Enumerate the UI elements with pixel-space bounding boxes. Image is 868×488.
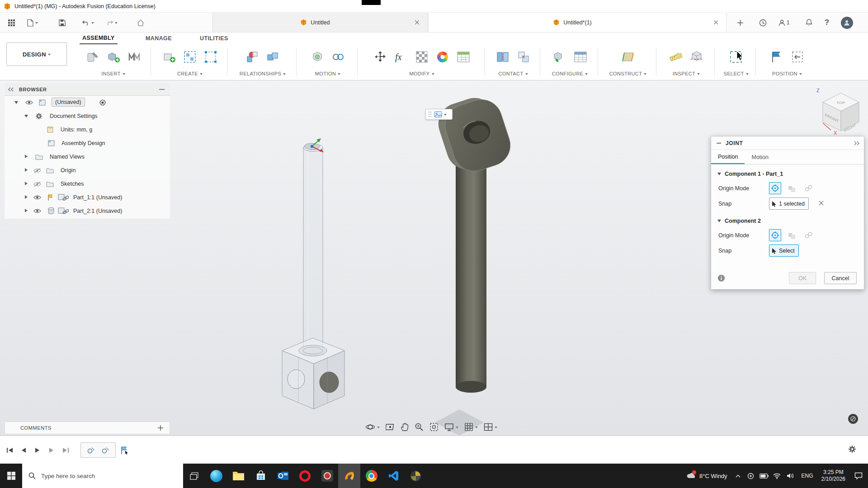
timeline-step-forward-button[interactable]	[46, 444, 57, 456]
orbit-button[interactable]	[365, 422, 380, 432]
action-center-icon[interactable]	[849, 472, 868, 479]
redo-button[interactable]	[103, 16, 120, 29]
new-tab-button[interactable]	[733, 16, 747, 29]
taskbar-search[interactable]	[22, 464, 183, 488]
ribbon-group-dropdown[interactable]: RELATIONSHIPS	[229, 71, 296, 76]
language-indicator[interactable]: ENG	[797, 473, 818, 479]
browser-row-origin[interactable]: Origin	[5, 164, 170, 177]
canvas-status-icon[interactable]	[848, 414, 858, 424]
browser-row-root[interactable]: (Unsaved)	[5, 96, 170, 109]
move-icon[interactable]	[373, 49, 388, 65]
file-menu-button[interactable]	[24, 16, 42, 29]
tray-expand-chevron-icon[interactable]	[732, 474, 745, 478]
browser-row-named-views[interactable]: Named Views	[5, 150, 170, 164]
visibility-eye-icon[interactable]	[33, 208, 41, 214]
browser-header[interactable]: BROWSER	[5, 83, 170, 96]
solid-component[interactable]	[433, 91, 516, 393]
tab-manage[interactable]: MANAGE	[143, 33, 175, 44]
cancel-button[interactable]: Cancel	[824, 272, 857, 284]
contact-sets-icon[interactable]	[495, 49, 510, 65]
ribbon-group-dropdown[interactable]: SELECT	[717, 71, 755, 76]
tab-utilities[interactable]: UTILITIES	[197, 33, 231, 44]
wifi-icon[interactable]	[771, 473, 783, 479]
tab-motion[interactable]: Motion	[745, 150, 775, 164]
create-selection-icon[interactable]	[203, 49, 218, 65]
ribbon-group-dropdown[interactable]: MOTION	[298, 71, 357, 76]
rigid-group-icon[interactable]	[265, 49, 281, 65]
ok-button[interactable]: OK	[789, 272, 816, 284]
activate-component-radio[interactable]	[99, 99, 106, 106]
taskbar-app-vscode[interactable]	[382, 464, 405, 488]
taskbar-app-fusion[interactable]	[338, 464, 360, 488]
timeline-go-start-button[interactable]	[4, 444, 15, 456]
taskbar-app-store[interactable]	[250, 464, 272, 488]
fit-button[interactable]	[429, 422, 439, 432]
new-component-icon[interactable]	[161, 49, 177, 65]
start-button[interactable]	[0, 464, 22, 488]
insert-component-icon[interactable]	[106, 49, 121, 65]
origin-mode-simple-button[interactable]	[769, 182, 781, 194]
snap1-selection-button[interactable]: 1 selected	[769, 197, 809, 210]
revert-position-icon[interactable]	[790, 49, 805, 65]
user-avatar[interactable]	[840, 16, 854, 29]
parameters-table-icon[interactable]	[456, 49, 471, 65]
collapse-panel-icon[interactable]	[8, 87, 14, 92]
insert-derive-icon[interactable]	[85, 49, 100, 65]
taskbar-app-file-explorer[interactable]	[227, 464, 250, 488]
collapse-dialog-icon[interactable]	[717, 142, 721, 144]
dock-dialog-icon[interactable]	[854, 141, 859, 145]
component2-section-header[interactable]: Component 2	[711, 214, 864, 228]
section-analysis-icon[interactable]	[689, 49, 704, 65]
browser-row-part1[interactable]: Part_1:1 (Unsaved)	[5, 191, 170, 204]
joint-origin-icon[interactable]	[310, 49, 325, 65]
contact-analysis-icon[interactable]	[516, 49, 531, 65]
add-comment-icon[interactable]	[158, 425, 163, 431]
ribbon-group-dropdown[interactable]: INSPECT	[658, 71, 714, 76]
origin-mode-two-edges-button[interactable]	[802, 229, 815, 241]
expand-caret-icon[interactable]	[25, 195, 28, 199]
snapshot-icon[interactable]	[434, 111, 442, 117]
browser-row-sketches[interactable]: Sketches	[5, 177, 170, 191]
look-at-button[interactable]	[386, 422, 395, 432]
visibility-eye-icon[interactable]	[33, 195, 41, 200]
ribbon-group-dropdown[interactable]: CONTACT	[486, 71, 540, 76]
snap2-select-button[interactable]: Select	[769, 244, 799, 257]
home-view-icon[interactable]	[134, 16, 147, 29]
view-cube[interactable]: Z TOP FRONT RIGHT X	[813, 86, 867, 138]
ghost-component[interactable]	[282, 144, 344, 409]
expand-caret-icon[interactable]	[14, 101, 18, 104]
configuration-table-icon[interactable]	[573, 49, 588, 65]
job-status-icon[interactable]	[756, 16, 769, 29]
joint-icon[interactable]	[245, 49, 260, 65]
root-document-label[interactable]: (Unsaved)	[52, 98, 85, 107]
timeline-feature-group[interactable]	[80, 442, 116, 458]
tray-status-icon[interactable]	[745, 473, 757, 479]
expand-caret-icon[interactable]	[25, 168, 28, 172]
ribbon-group-dropdown[interactable]: MODIFY	[359, 71, 484, 76]
insert-mcmaster-icon[interactable]	[127, 49, 142, 65]
taskbar-app-outlook[interactable]	[272, 464, 294, 488]
manage-materials-icon[interactable]	[435, 49, 450, 65]
tab-position[interactable]: Position	[711, 150, 745, 164]
close-tab-icon[interactable]	[412, 18, 422, 28]
doc-tab-untitled-1[interactable]: Untitled*(1)	[428, 13, 726, 32]
component1-section-header[interactable]: Component 1 - Part_1	[711, 167, 864, 181]
expand-caret-icon[interactable]	[24, 115, 28, 117]
timeline-go-end-button[interactable]	[60, 444, 71, 456]
taskbar-app-red-circle[interactable]	[316, 464, 338, 488]
origin-mode-simple-button[interactable]	[769, 229, 781, 241]
origin-mode-between-faces-button[interactable]	[786, 182, 798, 194]
change-parameters-icon[interactable]: fx	[393, 49, 409, 65]
in-canvas-mini-toolbar[interactable]	[425, 109, 453, 120]
appearance-icon[interactable]	[414, 49, 429, 65]
clear-selection-icon[interactable]	[819, 201, 824, 206]
taskbar-app-pinwheel[interactable]	[405, 464, 427, 488]
comments-bar[interactable]: COMMENTS	[5, 422, 170, 434]
profile-icon[interactable]: 1	[774, 16, 794, 29]
battery-icon[interactable]	[757, 474, 771, 479]
grid-snap-button[interactable]	[464, 422, 478, 432]
doc-tab-untitled[interactable]: Untitled	[212, 13, 428, 32]
settings-gear-icon[interactable]	[846, 443, 858, 455]
help-icon[interactable]: ?	[820, 16, 834, 29]
volume-icon[interactable]	[783, 473, 797, 479]
